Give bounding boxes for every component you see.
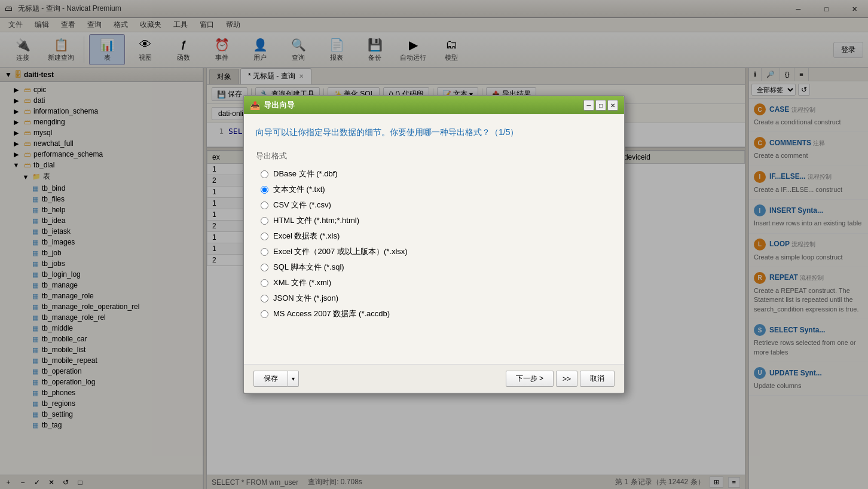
format-option-dbf[interactable]: DBase 文件 (*.dbf) [261,169,612,179]
dialog-maximize-btn[interactable]: □ [595,100,606,111]
format-option-sql[interactable]: SQL 脚本文件 (*.sql) [261,262,612,273]
radio-txt[interactable] [261,186,268,194]
dialog-footer: 保存 ▾ 下一步 > >> 取消 [244,364,624,393]
dialog-titlebar: 📤 导出向导 ─ □ ✕ [244,96,624,114]
radio-dbf[interactable] [261,170,268,178]
format-label-csv: CSV 文件 (*.csv) [273,200,331,210]
radio-csv[interactable] [261,201,268,209]
dialog-minimize-btn[interactable]: ─ [583,100,594,111]
format-option-txt[interactable]: 文本文件 (*.txt) [261,184,612,195]
format-radio-group: DBase 文件 (*.dbf)文本文件 (*.txt)CSV 文件 (*.cs… [261,169,612,319]
dialog-save-dropdown-btn[interactable]: ▾ [288,371,299,387]
radio-json[interactable] [261,295,268,302]
dialog-icon: 📤 [250,100,260,110]
format-label-dbf: DBase 文件 (*.dbf) [273,169,338,179]
radio-sql[interactable] [261,264,268,271]
format-label-xlsx: Excel 文件（2007 或以上版本）(*.xlsx) [273,246,408,257]
dialog-save-btn[interactable]: 保存 [253,371,288,387]
radio-accdb[interactable] [261,310,268,318]
dialog-close-btn[interactable]: ✕ [607,100,618,111]
radio-html[interactable] [261,217,268,225]
dialog-next-btn[interactable]: 下一步 > [506,371,554,387]
dialog-title: 导出向导 [264,100,580,111]
dialog-instruction: 向导可以让你指定导出数据的细节。你要使用哪一种导出格式？（1/5） [256,126,612,139]
dialog-skip-btn[interactable]: >> [556,371,577,387]
format-label-xml: XML 文件 (*.xml) [273,277,331,288]
format-label-accdb: MS Access 2007 数据库 (*.accdb) [273,308,390,319]
format-label-txt: 文本文件 (*.txt) [273,184,325,195]
dialog-save-group: 保存 ▾ [253,371,299,387]
format-label-json: JSON 文件 (*.json) [273,293,338,304]
format-label-html: HTML 文件 (*.htm;*.html) [273,215,359,226]
format-label-sql: SQL 脚本文件 (*.sql) [273,262,344,273]
format-option-json[interactable]: JSON 文件 (*.json) [261,293,612,304]
format-option-xls[interactable]: Excel 数据表 (*.xls) [261,231,612,242]
format-option-csv[interactable]: CSV 文件 (*.csv) [261,200,612,210]
radio-xls[interactable] [261,233,268,240]
format-option-html[interactable]: HTML 文件 (*.htm;*.html) [261,215,612,226]
dialog-nav-group: 下一步 > >> 取消 [506,371,615,387]
dialog-cancel-btn[interactable]: 取消 [580,371,615,387]
dialog-content: 向导可以让你指定导出数据的细节。你要使用哪一种导出格式？（1/5） 导出格式 D… [244,114,624,364]
format-label-xls: Excel 数据表 (*.xls) [273,231,340,242]
radio-xml[interactable] [261,279,268,287]
format-option-xlsx[interactable]: Excel 文件（2007 或以上版本）(*.xlsx) [261,246,612,257]
dialog-overlay: 📤 导出向导 ─ □ ✕ 向导可以让你指定导出数据的细节。你要使用哪一种导出格式… [0,0,868,489]
export-dialog: 📤 导出向导 ─ □ ✕ 向导可以让你指定导出数据的细节。你要使用哪一种导出格式… [243,95,625,394]
dialog-section-label: 导出格式 [256,151,612,161]
format-option-xml[interactable]: XML 文件 (*.xml) [261,277,612,288]
format-option-accdb[interactable]: MS Access 2007 数据库 (*.accdb) [261,308,612,319]
radio-xlsx[interactable] [261,248,268,256]
dialog-titlebar-buttons: ─ □ ✕ [583,100,618,111]
